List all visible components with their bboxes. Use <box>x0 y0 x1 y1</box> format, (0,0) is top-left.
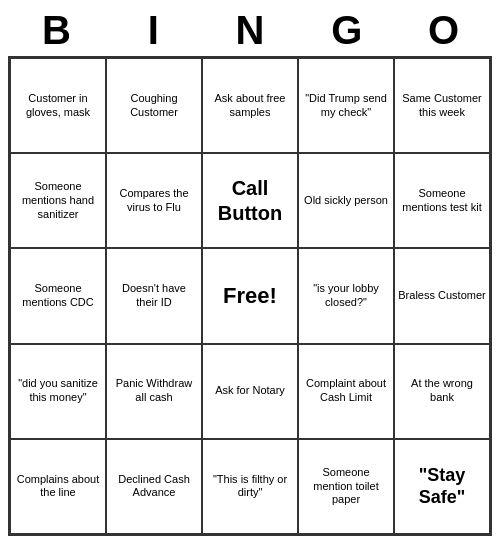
bingo-cell-16[interactable]: Panic Withdraw all cash <box>106 344 202 439</box>
bingo-cell-15[interactable]: "did you sanitize this money" <box>10 344 106 439</box>
bingo-cell-3[interactable]: "Did Trump send my check" <box>298 58 394 153</box>
bingo-cell-2[interactable]: Ask about free samples <box>202 58 298 153</box>
bingo-cell-21[interactable]: Declined Cash Advance <box>106 439 202 534</box>
letter-g: G <box>302 8 392 52</box>
bingo-cell-14[interactable]: Braless Customer <box>394 248 490 343</box>
bingo-cell-12[interactable]: Free! <box>202 248 298 343</box>
bingo-cell-13[interactable]: "is your lobby closed?" <box>298 248 394 343</box>
letter-n: N <box>205 8 295 52</box>
bingo-cell-5[interactable]: Someone mentions hand sanitizer <box>10 153 106 248</box>
bingo-header: B I N G O <box>8 8 492 52</box>
bingo-cell-4[interactable]: Same Customer this week <box>394 58 490 153</box>
bingo-cell-8[interactable]: Old sickly person <box>298 153 394 248</box>
bingo-cell-1[interactable]: Coughing Customer <box>106 58 202 153</box>
bingo-cell-18[interactable]: Complaint about Cash Limit <box>298 344 394 439</box>
bingo-cell-22[interactable]: "This is filthy or dirty" <box>202 439 298 534</box>
bingo-cell-7[interactable]: Call Button <box>202 153 298 248</box>
bingo-cell-10[interactable]: Someone mentions CDC <box>10 248 106 343</box>
letter-i: I <box>108 8 198 52</box>
letter-o: O <box>399 8 489 52</box>
bingo-cell-20[interactable]: Complains about the line <box>10 439 106 534</box>
bingo-cell-23[interactable]: Someone mention toilet paper <box>298 439 394 534</box>
bingo-cell-17[interactable]: Ask for Notary <box>202 344 298 439</box>
letter-b: B <box>11 8 101 52</box>
bingo-cell-24[interactable]: "Stay Safe" <box>394 439 490 534</box>
bingo-cell-9[interactable]: Someone mentions test kit <box>394 153 490 248</box>
bingo-cell-19[interactable]: At the wrong bank <box>394 344 490 439</box>
bingo-grid: Customer in gloves, maskCoughing Custome… <box>8 56 492 536</box>
bingo-cell-11[interactable]: Doesn't have their ID <box>106 248 202 343</box>
bingo-cell-0[interactable]: Customer in gloves, mask <box>10 58 106 153</box>
bingo-cell-6[interactable]: Compares the virus to Flu <box>106 153 202 248</box>
